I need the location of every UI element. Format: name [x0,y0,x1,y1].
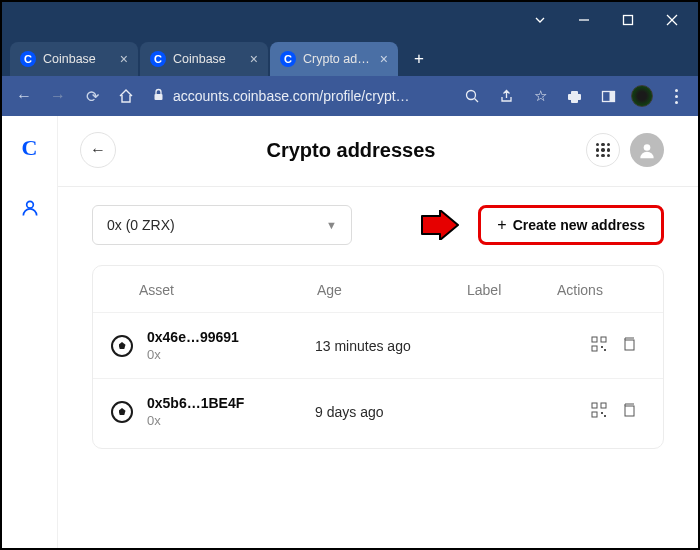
address-bar[interactable]: accounts.coinbase.com/profile/crypt… [146,88,452,104]
tab-favicon: C [280,51,296,67]
svg-point-10 [644,144,651,151]
account-avatar[interactable] [630,133,664,167]
browser-toolbar: ← → ⟳ accounts.coinbase.com/profile/cryp… [2,76,698,116]
svg-line-6 [474,98,478,102]
svg-rect-4 [155,94,163,100]
nav-reload-button[interactable]: ⟳ [78,82,106,110]
chevron-down-icon: ▼ [326,219,337,231]
tab-close-icon[interactable]: × [120,51,128,67]
address-age: 9 days ago [315,404,465,420]
window-minimize-button[interactable] [562,2,606,38]
svg-rect-13 [601,337,606,342]
svg-rect-1 [624,16,633,25]
qr-code-button[interactable] [591,402,607,422]
divider [58,186,698,187]
tab-favicon: C [20,51,36,67]
browser-tab-active[interactable]: C Crypto add… × [270,42,398,76]
asset-selector-value: 0x (0 ZRX) [107,217,175,233]
column-age: Age [317,282,467,298]
tab-title: Crypto add… [303,52,373,66]
address-symbol: 0x [147,413,315,428]
svg-rect-16 [604,349,606,351]
browser-menu-button[interactable] [662,82,690,110]
tab-title: Coinbase [43,52,113,66]
copy-button[interactable] [621,402,637,422]
plus-icon: + [497,216,506,234]
apps-grid-button[interactable] [586,133,620,167]
address-text: 0x5b6…1BE4F [147,395,315,411]
svg-rect-14 [592,346,597,351]
addresses-table: Asset Age Label Actions 0x46e…99691 0x 1… [92,265,664,449]
zoom-icon[interactable] [458,82,486,110]
window-titlebar [2,2,698,38]
address-url: accounts.coinbase.com/profile/crypt… [173,88,410,104]
asset-selector[interactable]: 0x (0 ZRX) ▼ [92,205,352,245]
nav-forward-button[interactable]: → [44,82,72,110]
new-tab-button[interactable]: + [404,44,434,74]
create-button-label: Create new address [513,217,645,233]
page-back-button[interactable]: ← [80,132,116,168]
bookmark-icon[interactable]: ☆ [526,82,554,110]
svg-marker-11 [422,210,458,240]
app-sidebar: C [2,116,58,548]
table-row: 0x5b6…1BE4F 0x 9 days ago [93,378,663,444]
svg-rect-17 [625,340,634,350]
table-row: 0x46e…99691 0x 13 minutes ago [93,312,663,378]
asset-icon [111,401,133,423]
table-header: Asset Age Label Actions [93,268,663,312]
svg-rect-23 [625,406,634,416]
sidepanel-icon[interactable] [594,82,622,110]
copy-button[interactable] [621,336,637,356]
svg-rect-18 [592,403,597,408]
page-title: Crypto addresses [116,139,586,162]
browser-tabstrip: C Coinbase × C Coinbase × C Crypto add… … [2,38,698,76]
window-close-button[interactable] [650,2,694,38]
sidebar-profile-icon[interactable] [20,198,40,222]
svg-rect-12 [592,337,597,342]
extensions-icon[interactable] [560,82,588,110]
address-age: 13 minutes ago [315,338,465,354]
browser-tab[interactable]: C Coinbase × [140,42,268,76]
page-content: ← Crypto addresses 0x (0 ZRX) ▼ + Create… [58,116,698,548]
nav-back-button[interactable]: ← [10,82,38,110]
svg-point-5 [466,90,475,99]
window-spacer-icon [518,2,562,38]
coinbase-logo[interactable]: C [16,134,44,162]
address-text: 0x46e…99691 [147,329,315,345]
qr-code-button[interactable] [591,336,607,356]
callout-arrow-icon [416,210,460,240]
column-actions: Actions [557,282,637,298]
svg-rect-22 [604,415,606,417]
create-new-address-button[interactable]: + Create new address [478,205,664,245]
svg-rect-21 [601,412,603,414]
tab-favicon: C [150,51,166,67]
lock-icon [152,88,165,104]
svg-rect-15 [601,346,603,348]
share-icon[interactable] [492,82,520,110]
svg-rect-8 [609,91,614,101]
svg-rect-19 [601,403,606,408]
tab-close-icon[interactable]: × [380,51,388,67]
extension-app-icon[interactable] [628,82,656,110]
asset-icon [111,335,133,357]
column-asset: Asset [139,282,317,298]
grid-icon [596,143,611,158]
tab-title: Coinbase [173,52,243,66]
column-label: Label [467,282,557,298]
address-symbol: 0x [147,347,315,362]
window-maximize-button[interactable] [606,2,650,38]
nav-home-button[interactable] [112,82,140,110]
tab-close-icon[interactable]: × [250,51,258,67]
svg-rect-20 [592,412,597,417]
browser-tab[interactable]: C Coinbase × [10,42,138,76]
svg-point-9 [26,201,33,208]
